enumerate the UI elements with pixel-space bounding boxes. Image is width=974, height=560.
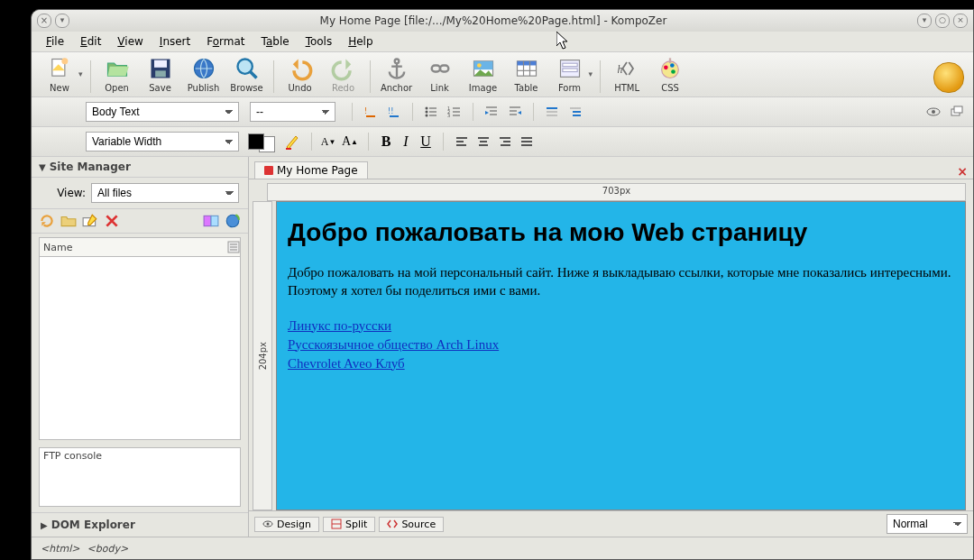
class-select[interactable]: -- — [250, 102, 335, 122]
link-button[interactable]: Link — [421, 56, 459, 93]
redo-button[interactable]: Redo — [325, 56, 363, 93]
toolbar-separator — [273, 60, 274, 93]
document-tabs-bar: My Home Page × — [249, 157, 973, 179]
name-column-header[interactable]: Name — [43, 242, 227, 253]
publish-button[interactable]: Publish — [185, 56, 223, 93]
svg-point-84 — [267, 523, 270, 526]
browse-button[interactable]: Browse — [228, 56, 266, 93]
svg-line-7 — [250, 72, 256, 78]
new-dropdown-arrow[interactable]: ▾ — [78, 69, 83, 78]
table-button[interactable]: Table — [508, 56, 546, 93]
align-left-icon[interactable] — [451, 131, 473, 152]
menu-file[interactable]: File — [39, 33, 71, 50]
titlebar: × ▾ My Home Page [file:/.../My%20Home%20… — [32, 10, 973, 32]
align-justify-icon[interactable] — [516, 131, 538, 152]
window-menu-button[interactable]: ▾ — [55, 14, 69, 28]
document-canvas[interactable]: Добро пожаловать на мою Web страницу Доб… — [276, 201, 966, 510]
highlight-pen-icon[interactable] — [282, 132, 302, 151]
form-dropdown-arrow[interactable]: ▾ — [589, 69, 593, 78]
svg-text:!: ! — [364, 107, 367, 115]
menu-tools[interactable]: Tools — [299, 33, 340, 50]
svg-point-28 — [671, 69, 675, 74]
tree-header: Name — [39, 237, 241, 257]
document-tab[interactable]: My Home Page — [254, 161, 368, 179]
menu-edit[interactable]: Edit — [73, 33, 108, 50]
window-close-button[interactable]: × — [37, 14, 51, 28]
align-center-icon[interactable] — [473, 131, 494, 152]
svg-text:h: h — [618, 64, 623, 76]
site-manager-header[interactable]: ▼ Site Manager — [32, 157, 248, 178]
underline-button[interactable]: U — [416, 133, 436, 150]
new-folder-icon[interactable] — [60, 213, 77, 229]
format-toolbar-1: Body Text -- ! !! 123 — [32, 97, 973, 127]
menu-table[interactable]: Table — [254, 33, 297, 50]
eye-icon[interactable] — [926, 105, 941, 119]
delete-icon[interactable] — [104, 213, 120, 229]
collapse-triangle-icon[interactable]: ▼ — [39, 162, 46, 172]
close-tab-button[interactable]: × — [957, 164, 968, 179]
site-manager-panel: ▼ Site Manager View: All files Name — [32, 157, 249, 537]
paragraph-format-select[interactable]: Body Text — [86, 102, 239, 122]
page-heading[interactable]: Добро пожаловать на мою Web страницу — [288, 218, 954, 247]
font-family-select[interactable]: Variable Width — [86, 132, 239, 151]
new-button[interactable]: New — [41, 56, 78, 93]
html-button[interactable]: h HTML — [608, 56, 646, 93]
page-link[interactable]: Русскоязычное общество Arch Linux — [288, 335, 954, 354]
layers-icon[interactable] — [950, 105, 964, 119]
window-maximize-button[interactable]: ○ — [935, 14, 950, 28]
rename-icon[interactable] — [82, 213, 98, 229]
view-filter-select[interactable]: All files — [91, 183, 239, 203]
em-orange-icon[interactable]: ! — [360, 101, 381, 123]
undo-button[interactable]: Undo — [281, 56, 319, 93]
page-link[interactable]: Chevrolet Aveo Клуб — [288, 354, 954, 373]
breadcrumb-body[interactable]: <body> — [87, 543, 129, 555]
ftp-console[interactable]: FTP console — [39, 447, 241, 507]
indent-left-icon[interactable] — [504, 101, 526, 123]
design-tab[interactable]: Design — [254, 517, 319, 532]
image-button[interactable]: Image — [464, 56, 502, 93]
align-right-icon[interactable] — [494, 131, 516, 152]
zoom-select[interactable]: Normal — [887, 514, 968, 534]
file-tree[interactable] — [39, 257, 241, 440]
page-link[interactable]: Линукс по-русски — [288, 317, 954, 335]
anchor-button[interactable]: Anchor — [378, 56, 416, 93]
menu-format[interactable]: Format — [199, 33, 252, 50]
css-button[interactable]: CSS — [651, 56, 689, 93]
numbered-list-icon[interactable]: 123 — [444, 101, 465, 123]
decrease-font-icon[interactable]: A▼ — [317, 132, 339, 151]
editor-panel: My Home Page × 703px 204px Добро пожалов… — [249, 157, 973, 537]
vertical-ruler[interactable]: 204px — [253, 201, 272, 510]
increase-font-icon[interactable]: A▲ — [339, 132, 361, 151]
svg-rect-4 — [155, 70, 166, 77]
def-desc-icon[interactable] — [565, 101, 586, 123]
breadcrumb-html[interactable]: <html> — [41, 543, 80, 555]
svg-rect-17 — [517, 61, 536, 66]
dom-explorer-header[interactable]: ▶ DOM Explorer — [32, 512, 248, 537]
em-blue-icon[interactable]: !! — [383, 101, 405, 123]
column-config-icon[interactable] — [227, 241, 240, 253]
source-tab[interactable]: Source — [379, 517, 444, 532]
menu-help[interactable]: Help — [341, 33, 380, 50]
sites-icon[interactable] — [203, 213, 219, 229]
split-tab[interactable]: Split — [323, 517, 375, 532]
save-button[interactable]: Save — [142, 56, 179, 93]
def-term-icon[interactable] — [541, 101, 563, 123]
page-paragraph[interactable]: Добро пожаловать на мой персональный сай… — [288, 263, 954, 300]
bold-button[interactable]: B — [376, 133, 396, 150]
expand-triangle-icon[interactable]: ▶ — [41, 520, 48, 530]
svg-rect-61 — [954, 106, 962, 113]
globe-refresh-icon[interactable] — [225, 213, 241, 229]
menu-view[interactable]: View — [110, 33, 150, 50]
color-picker[interactable] — [248, 131, 275, 152]
window-minimize-button[interactable]: ▾ — [917, 14, 932, 28]
horizontal-ruler[interactable]: 703px — [267, 183, 966, 201]
italic-button[interactable]: I — [396, 133, 416, 150]
form-button[interactable]: Form — [551, 56, 589, 93]
foreground-color-swatch[interactable] — [248, 133, 264, 150]
window-close-button-right[interactable]: × — [953, 14, 968, 28]
bullet-list-icon[interactable] — [420, 101, 442, 123]
open-button[interactable]: Open — [98, 56, 136, 93]
indent-right-icon[interactable] — [481, 101, 502, 123]
refresh-icon[interactable] — [39, 213, 55, 229]
menu-insert[interactable]: Insert — [152, 33, 198, 50]
